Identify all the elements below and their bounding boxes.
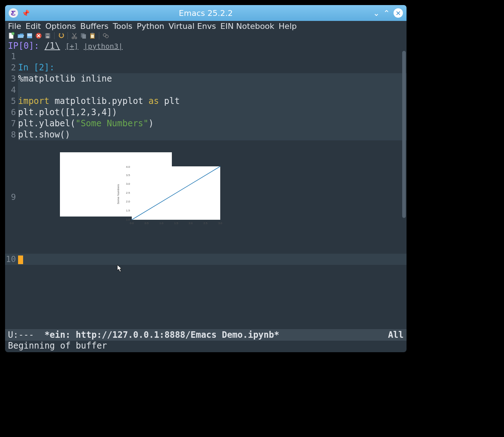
current-line[interactable] (18, 254, 407, 265)
menu-buffers[interactable]: Buffers (80, 22, 108, 31)
code-line[interactable]: plt.show() (18, 129, 407, 140)
text-cursor (18, 255, 23, 264)
svg-text:1.0: 1.0 (126, 218, 130, 221)
svg-text:0.5: 0.5 (145, 222, 149, 225)
svg-rect-15 (91, 33, 94, 34)
svg-point-18 (105, 35, 108, 38)
menu-tools[interactable]: Tools (113, 22, 132, 31)
svg-text:2.0: 2.0 (189, 222, 193, 225)
line-number: 2 (5, 62, 18, 73)
svg-text:3.0: 3.0 (218, 222, 223, 225)
toolbar-separator (68, 32, 68, 39)
svg-rect-9 (46, 36, 49, 38)
toolbar: + (5, 31, 407, 41)
svg-text:1.5: 1.5 (174, 222, 179, 225)
open-file-icon[interactable] (17, 32, 24, 39)
svg-text:1.5: 1.5 (126, 209, 130, 212)
scrollbar[interactable] (402, 51, 406, 218)
svg-point-10 (72, 37, 74, 39)
svg-rect-5 (27, 35, 32, 36)
line-number: 8 (5, 129, 18, 140)
ein-dirty-flag[interactable]: [+] (65, 42, 78, 51)
line-number: 6 (5, 107, 18, 118)
cell-prompt: In [2]: (18, 62, 55, 73)
svg-text:0.0: 0.0 (130, 222, 134, 225)
svg-text:4.0: 4.0 (126, 165, 130, 169)
menu-ein-notebook[interactable]: EIN Notebook (220, 22, 274, 31)
window-title: Emacs 25.2.2 (5, 9, 407, 18)
save-icon[interactable] (44, 32, 51, 39)
modeline-status: U:--- (8, 330, 44, 340)
code-line[interactable]: import matplotlib.pyplot as plt (18, 96, 407, 107)
svg-text:3.5: 3.5 (126, 174, 130, 177)
svg-rect-13 (82, 34, 86, 39)
mode-line[interactable]: U:--- *ein: http://127.0.0.1:8888/Emacs … (5, 329, 407, 341)
line-number: 1 (5, 51, 18, 62)
svg-text:3.0: 3.0 (126, 182, 130, 185)
titlebar: Ƹ 📌 Emacs 25.2.2 ⌄ ⌃ ✕ (5, 5, 407, 21)
ein-kernel[interactable]: |python3| (84, 42, 123, 51)
line-number: 4 (5, 84, 18, 96)
line-number: 9 (5, 192, 18, 203)
line-number: 7 (5, 118, 18, 129)
emacs-app-icon: Ƹ (9, 8, 18, 18)
echo-area: Beginning of buffer (5, 341, 407, 352)
svg-text:1.0: 1.0 (160, 222, 164, 225)
menu-python[interactable]: Python (137, 22, 164, 31)
svg-text:+: + (12, 32, 14, 35)
close-buffer-icon[interactable] (35, 32, 42, 39)
menubar: File Edit Options Buffers Tools Python V… (5, 21, 407, 31)
ein-header: IP[0]: /1\ [+] |python3| (5, 41, 407, 51)
svg-text:2.0: 2.0 (126, 200, 130, 203)
paste-icon[interactable] (89, 32, 96, 39)
svg-rect-4 (27, 34, 32, 35)
menu-edit[interactable]: Edit (26, 22, 41, 31)
menu-help[interactable]: Help (279, 22, 297, 31)
code-line[interactable]: %matplotlib inline (18, 73, 407, 84)
line-number: 5 (5, 96, 18, 107)
svg-rect-8 (46, 33, 49, 35)
svg-text:Some Numbers: Some Numbers (117, 184, 120, 204)
toolbar-separator (54, 32, 55, 39)
line-number: 3 (5, 73, 18, 84)
emacs-window: Ƹ 📌 Emacs 25.2.2 ⌄ ⌃ ✕ File Edit Options… (5, 5, 407, 352)
line-number: 10 (5, 254, 18, 265)
ein-worksheet[interactable]: /1\ (44, 41, 60, 51)
pin-icon[interactable]: 📌 (22, 9, 30, 17)
svg-text:2.5: 2.5 (126, 191, 130, 195)
ein-ip-label: IP[0]: (8, 41, 39, 51)
menu-file[interactable]: File (8, 22, 21, 31)
undo-icon[interactable] (57, 32, 65, 39)
svg-text:2.5: 2.5 (204, 222, 208, 225)
mouse-pointer-icon (117, 265, 123, 272)
scroll-position: All (388, 330, 404, 340)
open-directory-icon[interactable] (26, 32, 33, 39)
matplotlib-output: 1.0 1.5 2.0 2.5 3.0 3.5 4.0 0.0 0.5 1.0 … (60, 152, 172, 217)
copy-icon[interactable] (80, 32, 87, 39)
new-file-icon[interactable]: + (8, 32, 15, 39)
cut-icon[interactable] (71, 32, 78, 39)
toolbar-separator (99, 32, 99, 39)
close-icon[interactable]: ✕ (394, 8, 403, 18)
svg-point-11 (75, 37, 77, 39)
code-line[interactable]: plt.ylabel("Some Numbers") (18, 118, 407, 129)
editor-area[interactable]: 1 2In [2]: 3%matplotlib inline 4 5import… (5, 51, 407, 329)
code-line[interactable]: plt.plot([1,2,3,4]) (18, 107, 407, 118)
menu-virtual-envs[interactable]: Virtual Envs (169, 22, 216, 31)
maximize-icon[interactable]: ⌃ (383, 9, 390, 18)
buffer-name: *ein: http://127.0.0.1:8888/Emacs Demo.i… (44, 330, 279, 340)
svg-rect-16 (91, 35, 94, 38)
search-icon[interactable] (102, 32, 109, 39)
menu-options[interactable]: Options (45, 22, 76, 31)
minimize-icon[interactable]: ⌄ (373, 9, 379, 18)
